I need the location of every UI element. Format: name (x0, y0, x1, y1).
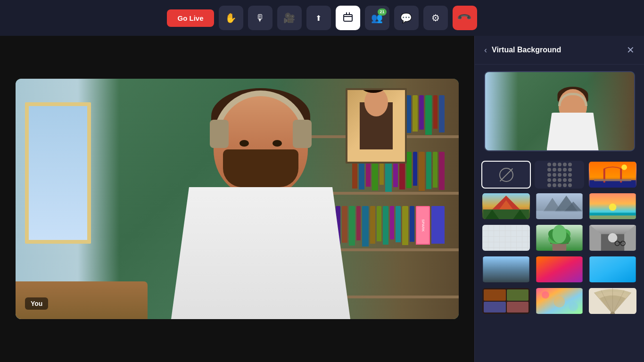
fan-bg (589, 288, 636, 314)
end-call-icon: 📞 (456, 10, 473, 26)
video-area: SPARK (0, 36, 474, 362)
photo-4 (507, 302, 529, 313)
svg-point-34 (608, 233, 618, 243)
bg-option-foggy-mountain[interactable] (535, 192, 584, 220)
no-bg-icon (499, 168, 513, 182)
foggy-mountain-bg (536, 193, 583, 219)
mic-icon: 🎙 (256, 13, 265, 24)
share-screen-button[interactable]: ⬆ (306, 6, 331, 30)
photo-2 (507, 289, 529, 301)
preview-headphones (558, 93, 587, 106)
preview-person (540, 89, 606, 150)
svg-point-43 (569, 302, 578, 312)
gradient-blue-svg (482, 256, 530, 282)
gradient-red-svg (536, 256, 583, 282)
close-icon: ✕ (627, 45, 635, 55)
bg-option-blur[interactable] (535, 161, 584, 189)
person-figure (143, 93, 379, 319)
grid-room-bg (482, 225, 530, 251)
svg-rect-7 (594, 179, 631, 181)
foggy-mountain-svg (536, 193, 583, 219)
bg-option-corridor[interactable] (588, 224, 637, 252)
bg-option-none[interactable] (481, 161, 531, 189)
fan-svg (589, 288, 636, 314)
main-area: SPARK (0, 36, 644, 362)
photo-1 (484, 289, 506, 301)
gradient-sky-bg (589, 256, 636, 282)
preview-window (485, 72, 518, 150)
golden-gate-svg (589, 162, 636, 188)
svg-rect-2 (589, 180, 636, 188)
grid-lines (482, 225, 530, 251)
chat-button[interactable]: 💬 (394, 6, 419, 30)
tropical-bg (536, 225, 583, 251)
bg-option-colorful[interactable] (535, 287, 584, 315)
end-call-button[interactable]: 📞 (453, 6, 477, 30)
mute-button[interactable]: 🎙 (248, 6, 272, 30)
preview-shirt (547, 113, 599, 150)
svg-rect-40 (589, 256, 636, 282)
go-live-button[interactable]: Go Live (167, 9, 214, 27)
svg-point-42 (542, 291, 549, 299)
blur-icon (547, 163, 572, 187)
user-name-label: You (25, 297, 48, 310)
virtual-background-panel: ‹ Virtual Background ✕ (474, 36, 644, 362)
share-icon: ⬆ (315, 14, 322, 23)
hand-icon: ✋ (225, 12, 237, 24)
raise-hand-button[interactable]: ✋ (219, 6, 243, 30)
headphone-right (293, 120, 312, 148)
settings-button[interactable]: ⚙ (423, 6, 448, 30)
bg-option-fan[interactable] (588, 287, 637, 315)
video-button[interactable]: 🎥 (277, 6, 302, 30)
eye-right (272, 140, 282, 147)
svg-point-8 (621, 165, 627, 170)
tropical-svg (536, 225, 583, 251)
svg-rect-0 (344, 15, 352, 21)
headphone-left (210, 120, 229, 148)
bg-option-gradient-sky[interactable] (588, 255, 637, 283)
bg-option-photos[interactable] (481, 287, 531, 315)
corridor-bg (589, 225, 636, 251)
back-icon: ‹ (484, 45, 487, 55)
svg-rect-19 (536, 211, 582, 219)
svg-rect-39 (536, 256, 582, 282)
photos-bg (482, 288, 530, 314)
virtual-bg-button[interactable] (336, 6, 360, 30)
participants-button[interactable]: 👥 21 (365, 6, 389, 30)
bg-option-beach-sunset[interactable] (588, 192, 637, 220)
beard (223, 149, 298, 187)
golden-gate-bg (589, 162, 636, 188)
shirt (171, 187, 350, 319)
preview-bg (485, 72, 634, 150)
wall-art (346, 88, 407, 164)
corridor-svg (589, 225, 636, 251)
panel-close-button[interactable]: ✕ (627, 44, 635, 56)
colorful-bg (536, 288, 583, 314)
beach-svg (589, 193, 636, 219)
panel-header-left: ‹ Virtual Background (484, 45, 561, 55)
bg-option-gradient-red[interactable] (535, 255, 584, 283)
background-preview-large (484, 71, 635, 151)
gradient-blue-bg (482, 256, 530, 282)
top-bar: Go Live ✋ 🎙 🎥 ⬆ 👥 21 💬 ⚙ 📞 (0, 0, 644, 36)
panel-header: ‹ Virtual Background ✕ (475, 36, 644, 65)
bg-option-golden-gate[interactable] (588, 161, 637, 189)
participants-badge: 21 (378, 8, 386, 16)
background-options-grid (475, 158, 644, 362)
eye-left (239, 140, 249, 147)
settings-icon: ⚙ (431, 12, 440, 24)
svg-rect-38 (483, 256, 529, 282)
photo-3 (484, 302, 506, 313)
panel-back-button[interactable]: ‹ (484, 45, 487, 55)
svg-point-21 (609, 204, 617, 211)
bg-option-mountain-red[interactable] (481, 192, 531, 220)
mountain-red-bg (482, 193, 530, 219)
bg-option-gradient-blue[interactable] (481, 255, 531, 283)
svg-point-44 (554, 296, 565, 308)
gradient-sky-svg (589, 256, 636, 282)
window-frame (25, 102, 91, 244)
video-background: SPARK (16, 79, 459, 319)
bg-option-tropical[interactable] (535, 224, 584, 252)
svg-point-29 (553, 225, 566, 243)
bg-option-grid-room[interactable] (481, 224, 531, 252)
